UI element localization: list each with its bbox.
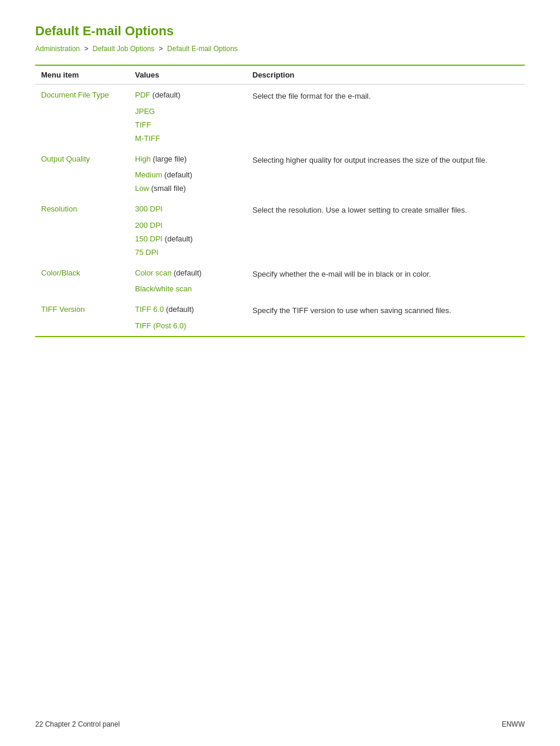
value-link[interactable]: TIFF [135, 120, 151, 129]
table-header-row: Menu item Values Description [35, 66, 525, 85]
value-suffix: (default) [171, 268, 201, 277]
menu-item-cell [35, 132, 129, 149]
menu-item-cell [35, 246, 129, 263]
breadcrumb-default-job-options[interactable]: Default Job Options [93, 45, 154, 53]
value-cell: 150 DPI (default) [129, 232, 247, 246]
value-suffix: (default) [150, 90, 180, 99]
description-text: Specify whether the e-mail will be in bl… [252, 270, 431, 278]
value-cell: Color scan (default) [129, 263, 247, 283]
description-cell: Specify whether the e-mail will be in bl… [247, 263, 525, 283]
value-cell: High (large file) [129, 149, 247, 169]
value-suffix: (default) [162, 170, 192, 179]
menu-item-label[interactable]: Resolution [41, 204, 77, 213]
footer-right: ENWW [502, 720, 525, 728]
description-cell [247, 132, 525, 149]
col-header-menu-item: Menu item [35, 66, 129, 85]
value-cell: PDF (default) [129, 85, 247, 105]
value-link[interactable]: Medium [135, 170, 162, 179]
value-link[interactable]: Color scan [135, 268, 171, 277]
value-link[interactable]: 300 DPI [135, 204, 163, 213]
description-text: Specify the TIFF version to use when sav… [252, 306, 451, 315]
options-table: Menu item Values Description Document Fi… [35, 66, 525, 336]
table-row: Color/BlackColor scan (default)Specify w… [35, 263, 525, 283]
table-row: 150 DPI (default) [35, 232, 525, 246]
value-link[interactable]: PDF [135, 90, 150, 99]
value-suffix: (small file) [149, 184, 186, 193]
menu-item-cell: Resolution [35, 199, 129, 219]
breadcrumb-sep-2: > [158, 45, 164, 53]
description-cell [247, 232, 525, 246]
value-link[interactable]: 150 DPI [135, 234, 163, 243]
value-cell: M-TIFF [129, 132, 247, 149]
menu-item-cell: Output Quality [35, 149, 129, 169]
page-footer: 22 Chapter 2 Control panel ENWW [35, 720, 525, 728]
menu-item-cell [35, 232, 129, 246]
value-cell: TIFF 6.0 (default) [129, 299, 247, 319]
main-table-container: Menu item Values Description Document Fi… [35, 65, 525, 337]
value-suffix: (default) [164, 305, 194, 314]
menu-item-label[interactable]: Output Quality [41, 154, 90, 163]
description-cell [247, 118, 525, 132]
table-row: Medium (default) [35, 168, 525, 182]
table-row: M-TIFF [35, 132, 525, 149]
description-cell [247, 182, 525, 199]
value-link[interactable]: TIFF (Post 6.0) [135, 321, 186, 330]
table-row: Resolution300 DPISelect the resolution. … [35, 199, 525, 219]
value-link[interactable]: High [135, 154, 151, 163]
value-cell: Low (small file) [129, 182, 247, 199]
value-cell: JPEG [129, 105, 247, 118]
menu-item-cell [35, 105, 129, 118]
value-cell: Black/white scan [129, 282, 247, 299]
description-cell [247, 282, 525, 299]
menu-item-label[interactable]: Color/Black [41, 268, 80, 277]
table-row: TIFF VersionTIFF 6.0 (default)Specify th… [35, 299, 525, 319]
menu-item-cell [35, 282, 129, 299]
menu-item-cell: Document File Type [35, 85, 129, 105]
menu-item-cell [35, 168, 129, 182]
menu-item-cell: Color/Black [35, 263, 129, 283]
menu-item-cell [35, 182, 129, 199]
value-link[interactable]: M-TIFF [135, 134, 160, 143]
description-cell [247, 219, 525, 232]
menu-item-cell [35, 219, 129, 232]
breadcrumb-default-email-options[interactable]: Default E-mail Options [167, 45, 238, 53]
table-row: Document File TypePDF (default)Select th… [35, 85, 525, 105]
table-row: 75 DPI [35, 246, 525, 263]
value-cell: TIFF (Post 6.0) [129, 319, 247, 336]
breadcrumb-administration[interactable]: Administration [35, 45, 80, 53]
value-link[interactable]: Low [135, 184, 149, 193]
description-text: Select the file format for the e-mail. [252, 92, 371, 100]
value-link[interactable]: 200 DPI [135, 221, 163, 230]
value-link[interactable]: Black/white scan [135, 284, 192, 293]
value-link[interactable]: 75 DPI [135, 248, 158, 257]
footer-left: 22 Chapter 2 Control panel [35, 720, 120, 728]
table-row: TIFF [35, 118, 525, 132]
value-cell: 75 DPI [129, 246, 247, 263]
table-row: Output QualityHigh (large file)Selecting… [35, 149, 525, 169]
value-cell: Medium (default) [129, 168, 247, 182]
description-cell: Select the resolution. Use a lower setti… [247, 199, 525, 219]
description-cell: Select the file format for the e-mail. [247, 85, 525, 105]
value-suffix: (large file) [151, 154, 187, 163]
page-title: Default E-mail Options [35, 23, 525, 39]
description-cell [247, 168, 525, 182]
value-link[interactable]: JPEG [135, 107, 155, 116]
breadcrumb: Administration > Default Job Options > D… [35, 45, 525, 53]
description-text: Selecting higher quality for output incr… [252, 156, 487, 164]
description-text: Select the resolution. Use a lower setti… [252, 206, 467, 214]
table-row: JPEG [35, 105, 525, 118]
value-cell: 300 DPI [129, 199, 247, 219]
col-header-values: Values [129, 66, 247, 85]
table-row: TIFF (Post 6.0) [35, 319, 525, 336]
description-cell: Specify the TIFF version to use when sav… [247, 299, 525, 319]
menu-item-cell [35, 118, 129, 132]
value-cell: TIFF [129, 118, 247, 132]
menu-item-label[interactable]: Document File Type [41, 90, 109, 99]
menu-item-label[interactable]: TIFF Version [41, 305, 85, 314]
value-link[interactable]: TIFF 6.0 [135, 305, 164, 314]
col-header-description: Description [247, 66, 525, 85]
value-suffix: (default) [163, 234, 193, 243]
description-cell [247, 319, 525, 336]
table-row: 200 DPI [35, 219, 525, 232]
value-cell: 200 DPI [129, 219, 247, 232]
